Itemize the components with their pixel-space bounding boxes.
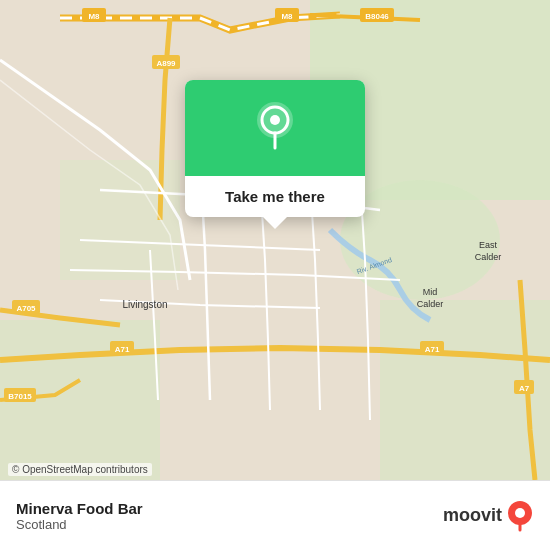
osm-attribution: © OpenStreetMap contributors (8, 463, 152, 476)
map-svg: M8 M8 B8046 A899 A71 A71 A705 B7015 A7 (0, 0, 550, 480)
take-me-there-button[interactable]: Take me there (185, 176, 365, 217)
svg-text:A705: A705 (16, 304, 36, 313)
svg-text:A899: A899 (156, 59, 176, 68)
svg-text:M8: M8 (88, 12, 100, 21)
popup-card[interactable]: Take me there (185, 80, 365, 217)
location-name: Minerva Food Bar (16, 500, 143, 517)
location-region: Scotland (16, 517, 143, 532)
moovit-logo: moovit (443, 500, 534, 532)
svg-text:B8046: B8046 (365, 12, 389, 21)
moovit-text: moovit (443, 505, 502, 526)
svg-point-32 (270, 115, 280, 125)
svg-text:A71: A71 (425, 345, 440, 354)
svg-text:M8: M8 (281, 12, 293, 21)
svg-text:A7: A7 (519, 384, 530, 393)
svg-text:Calder: Calder (417, 299, 444, 309)
svg-text:Calder: Calder (475, 252, 502, 262)
location-info: Minerva Food Bar Scotland (16, 500, 143, 532)
location-pin-icon (253, 100, 297, 152)
svg-text:A71: A71 (115, 345, 130, 354)
map-container: M8 M8 B8046 A899 A71 A71 A705 B7015 A7 (0, 0, 550, 480)
svg-text:Mid: Mid (423, 287, 438, 297)
svg-point-34 (515, 508, 525, 518)
info-bar: Minerva Food Bar Scotland moovit (0, 480, 550, 550)
svg-text:Livingston: Livingston (122, 299, 167, 310)
moovit-icon (506, 500, 534, 532)
popup-arrow (263, 217, 287, 229)
svg-text:B7015: B7015 (8, 392, 32, 401)
popup-header (185, 80, 365, 176)
svg-text:East: East (479, 240, 498, 250)
